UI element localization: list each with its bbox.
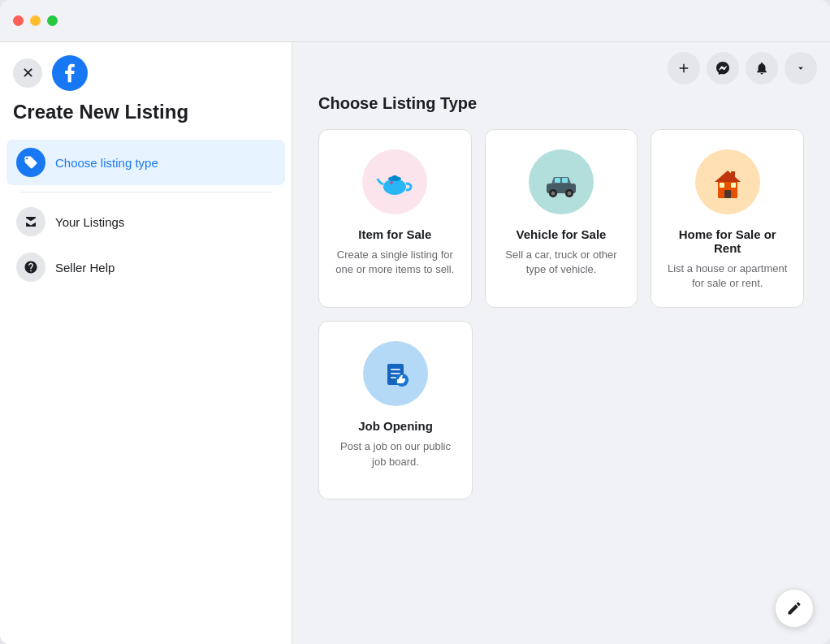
sidebar-item-label-choose: Choose listing type (55, 156, 158, 170)
card-item-for-sale[interactable]: Item for Sale Create a single listing fo… (318, 129, 472, 308)
svg-rect-8 (562, 178, 568, 183)
sidebar-divider (19, 192, 272, 192)
sidebar-item-label-listings: Your Listings (55, 215, 124, 229)
sidebar-item-your-listings[interactable]: Your Listings (6, 199, 285, 244)
store-icon (24, 214, 38, 229)
plus-icon (677, 61, 691, 76)
svg-rect-3 (392, 175, 397, 179)
vehicle-for-sale-icon-wrap (529, 149, 594, 214)
card-vehicle-for-sale[interactable]: Vehicle for Sale Sell a car, truck or ot… (485, 129, 638, 308)
svg-rect-16 (731, 171, 735, 178)
home-for-sale-icon (707, 161, 749, 203)
chevron-down-icon (795, 63, 806, 74)
edit-float-button[interactable] (775, 589, 814, 628)
svg-point-10 (551, 192, 555, 196)
sidebar-item-seller-help[interactable]: Seller Help (6, 244, 285, 290)
home-for-sale-icon-wrap (695, 149, 760, 214)
home-for-sale-title: Home for Sale or Rent (664, 227, 790, 255)
svg-rect-23 (391, 373, 400, 374)
item-for-sale-icon (374, 161, 416, 203)
sidebar-item-choose-listing[interactable]: Choose listing type (6, 140, 285, 185)
facebook-logo-icon (58, 61, 82, 85)
top-navbar (292, 42, 830, 94)
tag-icon (24, 155, 38, 170)
svg-rect-17 (724, 190, 731, 198)
app-container: ✕ Create New Listing Choose listing type (0, 42, 830, 644)
sidebar-item-label-help: Seller Help (55, 261, 115, 274)
section-title: Choose Listing Type (318, 94, 804, 113)
svg-rect-7 (555, 178, 560, 183)
sidebar-nav: Choose listing type Your Listings (0, 136, 292, 293)
bell-icon (754, 61, 769, 76)
vehicle-for-sale-desc: Sell a car, truck or other type of vehic… (499, 248, 625, 277)
svg-rect-18 (720, 183, 724, 188)
page-title: Create New Listing (0, 101, 292, 136)
sidebar: ✕ Create New Listing Choose listing type (0, 42, 292, 644)
messenger-icon (715, 61, 730, 76)
svg-point-4 (390, 181, 393, 184)
your-listings-icon (16, 207, 45, 236)
close-button[interactable]: ✕ (13, 58, 42, 88)
main-content: Choose Listing Type (292, 42, 830, 644)
svg-rect-26 (397, 379, 400, 383)
home-for-sale-desc: List a house or apartment for sale or re… (664, 261, 790, 291)
minimize-traffic-light[interactable] (30, 15, 41, 26)
svg-rect-22 (391, 369, 400, 370)
listing-section: Choose Listing Type (292, 94, 830, 644)
cards-row-2: Job Opening Post a job on our public job… (318, 321, 804, 499)
cards-row-1: Item for Sale Create a single listing fo… (318, 129, 804, 308)
svg-rect-19 (731, 183, 736, 188)
item-for-sale-desc: Create a single listing for one or more … (332, 248, 458, 277)
close-traffic-light[interactable] (13, 15, 24, 26)
card-home-for-sale[interactable]: Home for Sale or Rent List a house or ap… (651, 129, 804, 308)
vehicle-for-sale-icon (540, 161, 582, 203)
card-job-opening[interactable]: Job Opening Post a job on our public job… (318, 321, 473, 499)
add-button[interactable] (668, 52, 700, 84)
vehicle-for-sale-title: Vehicle for Sale (517, 227, 607, 241)
choose-listing-icon (16, 148, 45, 177)
messenger-button[interactable] (707, 52, 739, 84)
notifications-button[interactable] (746, 52, 778, 84)
job-opening-icon-wrap (363, 341, 428, 406)
chevron-down-button[interactable] (785, 52, 817, 84)
titlebar (0, 0, 830, 42)
item-for-sale-icon-wrap (362, 149, 427, 214)
item-for-sale-title: Item for Sale (358, 227, 431, 241)
edit-icon (786, 600, 802, 616)
seller-help-icon (16, 253, 45, 282)
question-icon (24, 260, 38, 274)
sidebar-header: ✕ (0, 42, 292, 101)
job-opening-title: Job Opening (358, 419, 433, 433)
fullscreen-traffic-light[interactable] (47, 15, 58, 26)
facebook-logo (52, 55, 88, 91)
job-opening-icon (374, 352, 417, 395)
job-opening-desc: Post a job on our public job board. (332, 439, 459, 469)
svg-point-12 (568, 192, 572, 196)
